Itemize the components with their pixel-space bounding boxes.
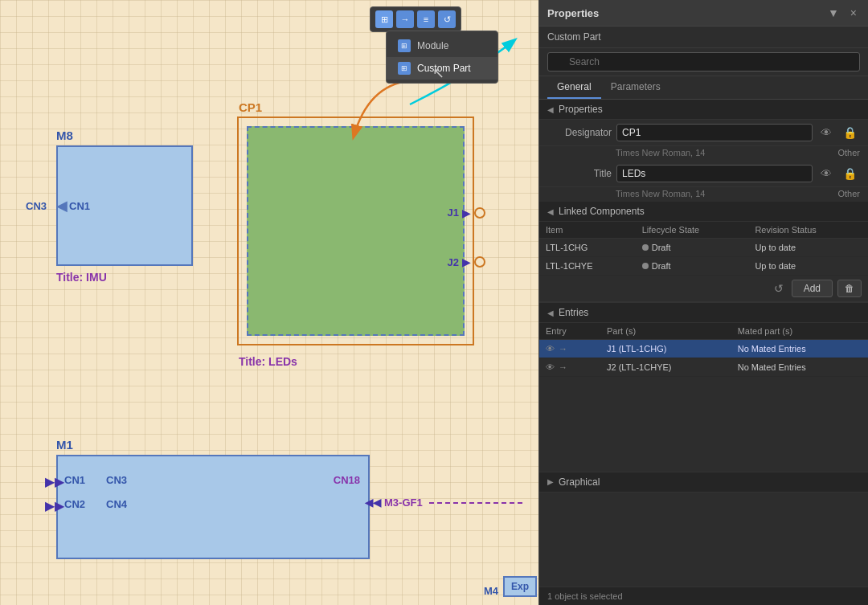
m4-label: M4 <box>484 585 498 597</box>
properties-panel: Properties ▼ × Custom Part 🔍 General Par… <box>538 0 868 605</box>
linked-refresh-icon[interactable]: ↺ <box>771 280 787 296</box>
exp-label: Exp <box>503 576 537 597</box>
cn1-left-arrow: ▶▶ <box>45 474 64 489</box>
linked-section-header[interactable]: ◀ Linked Components <box>539 202 868 222</box>
entries-section-label: Entries <box>559 307 588 318</box>
j1-arrow: ▶ <box>462 206 471 219</box>
linked-section-label: Linked Components <box>559 206 645 217</box>
add-button[interactable]: Add <box>792 280 833 297</box>
graphical-section-label: Graphical <box>559 476 600 488</box>
linked-row[interactable]: LTL-1CHYE Draft Up to date <box>539 257 868 276</box>
port-j1: J1 ▶ <box>448 206 485 219</box>
section-arrow-properties: ◀ <box>547 105 554 114</box>
linked-actions: ↺ Add 🗑 <box>539 276 868 302</box>
toolbar-icon-arrow[interactable]: → <box>396 10 414 28</box>
tab-general[interactable]: General <box>547 76 601 99</box>
panel-controls: ▼ × <box>825 5 860 21</box>
title-row: Title 👁 🔒 <box>539 161 868 187</box>
entries-col-mated: Mated part (s) <box>731 323 868 340</box>
j2-label: J2 <box>448 256 459 268</box>
m3gf1-label: M3-GF1 <box>384 497 423 509</box>
toolbar-icon-grid[interactable]: ⊞ <box>375 10 393 28</box>
cp1-title: Title: LEDs <box>239 355 297 368</box>
toolbar[interactable]: ⊞ → ≡ ↺ <box>370 6 461 32</box>
panel-header: Properties ▼ × <box>539 0 868 27</box>
section-arrow-linked: ◀ <box>547 207 554 216</box>
linked-col-item: Item <box>539 222 636 239</box>
dropdown-item-module[interactable]: ⊞ Module <box>387 35 497 57</box>
title-eye-icon[interactable]: 👁 <box>817 166 835 182</box>
panel-close-btn[interactable]: × <box>847 5 860 21</box>
graphical-section: ▶ Graphical <box>539 472 868 493</box>
cp1-container[interactable]: CP1 J1 ▶ J2 ▶ Title: LEDs <box>237 117 474 345</box>
entry-mated: No Mated Entries <box>731 358 868 377</box>
cn1-label: CN1 <box>69 200 90 212</box>
designator-other[interactable]: Other <box>837 148 860 157</box>
linked-item: LTL-1CHYE <box>539 257 636 276</box>
title-other[interactable]: Other <box>837 189 860 198</box>
entries-row[interactable]: 👁 → J1 (LTL-1CHG) No Mated Entries <box>539 340 868 358</box>
linked-revision: Up to date <box>748 257 868 276</box>
linked-section: ◀ Linked Components Item Lifecycle State… <box>539 202 868 303</box>
linked-row[interactable]: LTL-1CHG Draft Up to date <box>539 239 868 257</box>
designator-eye-icon[interactable]: 👁 <box>817 125 835 141</box>
search-input[interactable] <box>547 52 860 72</box>
tab-parameters[interactable]: Parameters <box>601 76 670 99</box>
entries-row[interactable]: 👁 → J2 (LTL-1CHYE) No Mated Entries <box>539 358 868 377</box>
title-input[interactable] <box>616 165 813 182</box>
status-bar: 1 object is selected <box>539 587 868 605</box>
panel-subtitle: Custom Part <box>539 27 868 48</box>
cn1-connector: ◀ CN1 <box>56 197 90 215</box>
j2-arrow: ▶ <box>462 255 471 268</box>
search-bar: 🔍 <box>539 48 868 76</box>
module-m1: M1 ▶▶ ▶▶ CN1 CN2 CN3 CN4 CN18 <box>56 438 370 559</box>
panel-title: Properties <box>547 7 599 19</box>
canvas-area: ⊞ → ≡ ↺ ⊞ Module ⊞ Custom Part ↖ <box>0 0 538 605</box>
graphical-section-header[interactable]: ▶ Graphical <box>539 472 868 493</box>
port-j2: J2 ▶ <box>448 255 485 268</box>
linked-table: Item Lifecycle State Revision Status LTL… <box>539 222 868 276</box>
toolbar-icon-list[interactable]: ≡ <box>417 10 435 28</box>
properties-section-label: Properties <box>559 104 603 115</box>
entry-part: J2 (LTL-1CHYE) <box>600 358 731 377</box>
m3gf1-area: ◀◀ M3-GF1 <box>365 497 526 509</box>
status-text: 1 object is selected <box>547 591 623 601</box>
module-icon: ⊞ <box>398 39 411 52</box>
cn1-arrow-icon: ◀ <box>56 197 68 215</box>
cp1-inner: J1 ▶ J2 ▶ <box>247 126 465 336</box>
m8-title: Title: IMU <box>56 271 193 284</box>
panel-pin-btn[interactable]: ▼ <box>825 5 842 21</box>
entry-icons: 👁 → <box>539 340 600 358</box>
section-arrow-entries: ◀ <box>547 309 554 317</box>
m1-cn3-label: CN3 <box>106 474 127 486</box>
module-label: Module <box>417 40 448 51</box>
custom-part-icon: ⊞ <box>398 62 411 75</box>
j2-circle <box>474 256 485 268</box>
linked-col-revision: Revision Status <box>748 222 868 239</box>
toolbar-icon-refresh[interactable]: ↺ <box>438 10 456 28</box>
title-font-hint: Times New Roman, 14 <box>616 189 705 198</box>
title-hint: Times New Roman, 14 Other <box>539 187 868 202</box>
m8-label: M8 <box>56 129 193 142</box>
entry-part: J1 (LTL-1CHG) <box>600 340 731 358</box>
section-arrow-graphical: ▶ <box>547 477 554 486</box>
linked-delete-icon[interactable]: 🗑 <box>837 280 862 297</box>
m1-box[interactable]: ▶▶ ▶▶ CN1 CN2 CN3 CN4 CN18 <box>56 455 370 559</box>
m8-box[interactable]: CN3 ◀ CN1 <box>56 145 193 266</box>
designator-row: Designator 👁 🔒 <box>539 120 868 146</box>
cn2-left-arrow: ▶▶ <box>45 498 64 513</box>
designator-label: Designator <box>547 127 612 138</box>
m3gf1-arrow-icon: ◀◀ <box>365 497 381 509</box>
entries-section: ◀ Entries Entry Part (s) Mated part (s) … <box>539 303 868 377</box>
linked-item: LTL-1CHG <box>539 239 636 257</box>
m1-cn18-label: CN18 <box>334 474 360 486</box>
title-label: Title <box>547 168 612 179</box>
title-lock-icon[interactable]: 🔒 <box>840 166 860 182</box>
entries-section-header[interactable]: ◀ Entries <box>539 303 868 323</box>
designator-input[interactable] <box>616 124 813 141</box>
properties-section-header[interactable]: ◀ Properties <box>539 100 868 120</box>
cursor: ↖ <box>432 64 444 82</box>
entry-icons: 👁 → <box>539 358 600 377</box>
designator-lock-icon[interactable]: 🔒 <box>840 125 860 141</box>
designator-font-hint: Times New Roman, 14 <box>616 148 705 157</box>
